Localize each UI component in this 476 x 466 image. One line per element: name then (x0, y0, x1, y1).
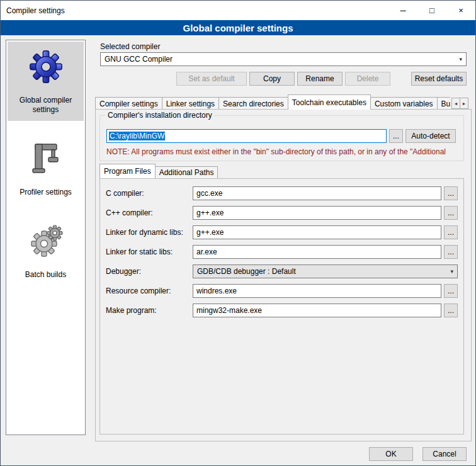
field-row-debugger: Debugger: GDB/CDB debugger : Default ▾ (106, 264, 458, 278)
compiler-settings-window: Compiler settings ─ □ × Global compiler … (0, 0, 476, 466)
compiler-select[interactable]: GNU GCC Compiler ▾ (100, 52, 467, 66)
cpp-compiler-label: C++ compiler: (106, 208, 193, 217)
settings-tabstrip: Compiler settings Linker settings Search… (95, 94, 468, 110)
tab-build-options[interactable]: Build options (437, 97, 450, 110)
dynamic-linker-label: Linker for dynamic libs: (106, 228, 193, 237)
delete-button: Delete (345, 72, 390, 86)
window-title: Compiler settings (1, 6, 65, 15)
field-row-resource-compiler: Resource compiler: ... (106, 284, 458, 298)
minimize-icon[interactable]: ─ (388, 1, 417, 20)
cpp-compiler-input[interactable] (193, 206, 441, 220)
sidebar-item-profiler-settings[interactable]: Profiler settings (8, 134, 84, 203)
sidebar-item-label: Batch builds (25, 270, 66, 280)
reset-defaults-button[interactable]: Reset defaults (411, 72, 467, 86)
make-program-input[interactable] (193, 304, 441, 317)
field-row-make-program: Make program: ... (106, 304, 458, 317)
auto-detect-button[interactable]: Auto-detect (405, 129, 456, 143)
dialog-body: Global compiler settings Profiler se (1, 35, 475, 465)
title-bar[interactable]: Compiler settings ─ □ × (1, 1, 475, 20)
tab-search-directories[interactable]: Search directories (218, 97, 288, 110)
field-row-static-linker: Linker for static libs: ... (106, 245, 458, 259)
settings-sidebar: Global compiler settings Profiler se (6, 40, 86, 435)
browse-directory-button[interactable]: ... (389, 129, 403, 143)
program-files-panel: C compiler: ... C++ compiler: ... Linker… (99, 178, 464, 435)
profiler-tool-icon (26, 139, 66, 179)
tab-custom-variables[interactable]: Custom variables (370, 97, 438, 110)
tab-scroll-right-icon[interactable]: ► (460, 98, 468, 109)
installation-directory-row: C:\raylib\MinGW ... Auto-detect (106, 129, 456, 143)
cpp-compiler-browse-button[interactable]: ... (444, 206, 458, 220)
make-program-label: Make program: (106, 306, 193, 315)
c-compiler-browse-button[interactable]: ... (444, 186, 458, 200)
maximize-icon[interactable]: □ (417, 1, 446, 20)
main-area: Selected compiler GNU GCC Compiler ▾ Set… (92, 35, 472, 446)
rename-button[interactable]: Rename (297, 72, 343, 86)
sidebar-item-label: Global compiler settings (9, 96, 82, 115)
gray-gears-icon (26, 221, 66, 261)
static-linker-browse-button[interactable]: ... (444, 245, 458, 259)
c-compiler-input[interactable] (193, 186, 441, 200)
sidebar-item-batch-builds[interactable]: Batch builds (8, 216, 84, 286)
field-row-c-compiler: C compiler: ... (106, 186, 458, 200)
program-files-subtabs: Program Files Additional Paths (99, 164, 218, 178)
subtab-additional-paths[interactable]: Additional Paths (155, 166, 218, 178)
make-program-browse-button[interactable]: ... (444, 304, 458, 317)
installation-directory-value: C:\raylib\MinGW (109, 132, 165, 140)
page-title: Global compiler settings (1, 20, 475, 35)
dynamic-linker-input[interactable] (193, 225, 441, 239)
subtab-program-files[interactable]: Program Files (99, 164, 156, 178)
tab-scroll-left-icon[interactable]: ◄ (451, 98, 460, 109)
blue-gear-icon (26, 47, 66, 87)
c-compiler-label: C compiler: (106, 189, 193, 198)
close-icon[interactable]: × (446, 1, 475, 20)
resource-compiler-browse-button[interactable]: ... (444, 284, 458, 298)
debugger-label: Debugger: (106, 267, 193, 276)
tab-toolchain-executables[interactable]: Toolchain executables (288, 94, 371, 110)
compiler-select-value: GNU GCC Compiler (105, 55, 173, 64)
tab-compiler-settings[interactable]: Compiler settings (95, 97, 162, 110)
selected-compiler-label: Selected compiler (100, 42, 160, 51)
ok-button[interactable]: OK (369, 447, 413, 461)
field-row-cpp-compiler: C++ compiler: ... (106, 206, 458, 220)
sidebar-item-label: Profiler settings (20, 188, 72, 197)
tab-linker-settings[interactable]: Linker settings (162, 97, 219, 110)
chevron-down-icon: ▾ (459, 56, 462, 62)
dialog-footer: OK Cancel (369, 447, 467, 461)
bin-subdirectory-note: NOTE: All programs must exist either in … (106, 147, 467, 156)
field-row-dynamic-linker: Linker for dynamic libs: ... (106, 225, 458, 239)
installation-directory-title: Compiler's installation directory (106, 111, 214, 120)
tabs-scroll-area: Compiler settings Linker settings Search… (95, 94, 450, 110)
chevron-down-icon: ▾ (450, 268, 453, 275)
set-as-default-button: Set as default (176, 72, 247, 86)
compiler-action-buttons: Set as default Copy Rename Delete Reset … (100, 72, 467, 86)
dynamic-linker-browse-button[interactable]: ... (444, 225, 458, 239)
debugger-select[interactable]: GDB/CDB debugger : Default ▾ (193, 264, 458, 278)
copy-button[interactable]: Copy (249, 72, 295, 86)
caption-buttons: ─ □ × (388, 1, 475, 20)
static-linker-input[interactable] (193, 245, 441, 259)
installation-directory-input[interactable]: C:\raylib\MinGW (106, 129, 387, 143)
installation-directory-group: Compiler's installation directory C:\ray… (99, 115, 464, 161)
toolchain-executables-panel: Compiler's installation directory C:\ray… (95, 109, 472, 441)
resource-compiler-input[interactable] (193, 284, 441, 298)
sidebar-item-global-compiler-settings[interactable]: Global compiler settings (8, 42, 84, 121)
cancel-button[interactable]: Cancel (422, 447, 467, 461)
debugger-select-value: GDB/CDB debugger : Default (197, 267, 296, 276)
tab-scroll-buttons: ◄ ► (451, 98, 468, 109)
resource-compiler-label: Resource compiler: (106, 287, 193, 295)
static-linker-label: Linker for static libs: (106, 247, 193, 256)
